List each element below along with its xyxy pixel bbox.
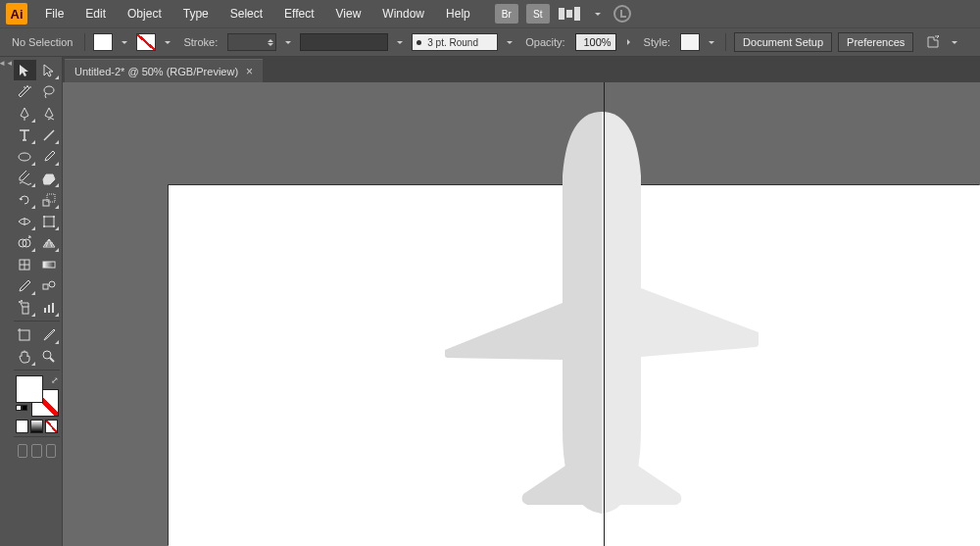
- artboard-tool[interactable]: [14, 324, 36, 345]
- app-logo: Ai: [6, 3, 27, 25]
- menu-help[interactable]: Help: [436, 3, 480, 25]
- svg-point-28: [43, 351, 51, 359]
- fill-dropdown[interactable]: [119, 33, 130, 51]
- close-tab-icon[interactable]: ×: [246, 65, 253, 78]
- line-segment-tool[interactable]: [38, 124, 61, 145]
- draw-behind-icon[interactable]: [31, 444, 41, 458]
- style-dropdown[interactable]: [706, 33, 717, 51]
- menu-view[interactable]: View: [326, 3, 371, 25]
- menu-file[interactable]: File: [35, 3, 74, 25]
- panel-edge: ◄◄: [0, 57, 12, 546]
- gradient-tool[interactable]: [38, 254, 61, 274]
- zoom-tool[interactable]: [38, 346, 61, 367]
- magic-wand-tool[interactable]: [14, 81, 36, 102]
- stock-icon[interactable]: St: [526, 4, 550, 24]
- vertical-guide[interactable]: [604, 82, 605, 546]
- stroke-label: Stroke:: [179, 36, 221, 48]
- column-graph-tool[interactable]: [38, 297, 61, 318]
- perspective-grid-tool[interactable]: [38, 232, 61, 253]
- menu-edit[interactable]: Edit: [75, 3, 116, 25]
- fill-stroke-selector[interactable]: ⤢: [14, 375, 61, 417]
- hand-tool[interactable]: [14, 346, 36, 367]
- svg-rect-6: [44, 217, 54, 226]
- svg-rect-22: [44, 308, 46, 313]
- mesh-tool[interactable]: [14, 254, 36, 274]
- tab-bar: Untitled-2* @ 50% (RGB/Preview) ×: [63, 57, 980, 82]
- stroke-swatch[interactable]: [136, 33, 156, 51]
- shaper-tool[interactable]: [14, 168, 36, 188]
- opacity-dropdown[interactable]: [619, 36, 637, 48]
- style-swatch[interactable]: [680, 33, 700, 51]
- svg-rect-24: [52, 303, 54, 313]
- opacity-label: Opacity:: [521, 36, 568, 48]
- color-modes: [14, 420, 60, 433]
- lasso-tool[interactable]: [38, 81, 61, 102]
- width-tool[interactable]: [14, 211, 36, 231]
- variable-width-profile[interactable]: [300, 33, 388, 51]
- type-tool[interactable]: [14, 124, 36, 145]
- direct-selection-tool[interactable]: [38, 60, 61, 80]
- color-mode-gradient[interactable]: [30, 420, 43, 433]
- workspace-dropdown[interactable]: [592, 5, 604, 23]
- slice-tool[interactable]: [38, 324, 61, 345]
- workspace-switcher-icon[interactable]: [559, 6, 586, 22]
- stroke-dropdown[interactable]: [162, 33, 173, 51]
- svg-rect-25: [20, 330, 29, 340]
- menubar: Ai File Edit Object Type Select Effect V…: [0, 0, 980, 27]
- svg-rect-19: [23, 307, 28, 314]
- symbol-sprayer-tool[interactable]: [14, 297, 36, 318]
- curvature-tool[interactable]: [38, 103, 61, 124]
- document-setup-button[interactable]: Document Setup: [734, 32, 832, 52]
- selection-tool[interactable]: [14, 60, 36, 80]
- svg-rect-17: [43, 284, 48, 289]
- rotate-tool[interactable]: [14, 189, 36, 210]
- blend-tool[interactable]: [38, 275, 61, 296]
- pen-tool[interactable]: [14, 103, 36, 124]
- free-transform-tool[interactable]: [38, 211, 61, 231]
- menu-object[interactable]: Object: [118, 3, 172, 25]
- toolbox: ⤢: [12, 57, 63, 546]
- draw-inside-icon[interactable]: [46, 444, 56, 458]
- svg-point-18: [49, 281, 55, 287]
- svg-rect-16: [43, 262, 55, 268]
- fill-color-icon[interactable]: [16, 375, 43, 403]
- eyedropper-tool[interactable]: [14, 275, 36, 296]
- align-to-icon[interactable]: [923, 35, 943, 49]
- svg-point-9: [43, 225, 45, 227]
- svg-point-21: [21, 300, 23, 302]
- preferences-button[interactable]: Preferences: [838, 32, 913, 52]
- tab-title: Untitled-2* @ 50% (RGB/Preview): [74, 66, 238, 77]
- align-dropdown[interactable]: [949, 33, 960, 51]
- shape-builder-tool[interactable]: [14, 232, 36, 253]
- menu-window[interactable]: Window: [372, 3, 434, 25]
- sync-settings-icon[interactable]: [613, 5, 631, 23]
- bridge-icon[interactable]: Br: [495, 4, 518, 24]
- stroke-weight-input[interactable]: [227, 33, 276, 51]
- menu-select[interactable]: Select: [220, 3, 272, 25]
- color-mode-none[interactable]: [45, 420, 58, 433]
- ellipse-tool[interactable]: [14, 146, 36, 167]
- brush-dropdown[interactable]: [504, 33, 515, 51]
- menu-type[interactable]: Type: [173, 3, 219, 25]
- brush-definition[interactable]: 3 pt. Round: [412, 33, 498, 51]
- canvas[interactable]: [63, 82, 980, 546]
- selection-label: No Selection: [8, 36, 76, 48]
- separator: [725, 33, 726, 51]
- swap-fill-stroke-icon[interactable]: ⤢: [51, 375, 59, 385]
- color-mode-solid[interactable]: [16, 420, 28, 433]
- stroke-weight-dropdown[interactable]: [282, 33, 294, 51]
- document-tab[interactable]: Untitled-2* @ 50% (RGB/Preview) ×: [65, 59, 263, 82]
- svg-point-8: [53, 216, 55, 218]
- default-fill-stroke-icon[interactable]: [16, 405, 27, 417]
- scale-tool[interactable]: [38, 189, 61, 210]
- paintbrush-tool[interactable]: [38, 146, 61, 167]
- opacity-input[interactable]: 100%: [575, 33, 616, 51]
- eraser-tool[interactable]: [38, 168, 61, 188]
- menu-effect[interactable]: Effect: [274, 3, 323, 25]
- variable-width-dropdown[interactable]: [394, 33, 406, 51]
- fill-swatch[interactable]: [93, 33, 113, 51]
- draw-normal-icon[interactable]: [18, 444, 27, 458]
- svg-rect-4: [47, 194, 55, 202]
- svg-line-1: [44, 130, 54, 140]
- svg-point-7: [43, 216, 45, 218]
